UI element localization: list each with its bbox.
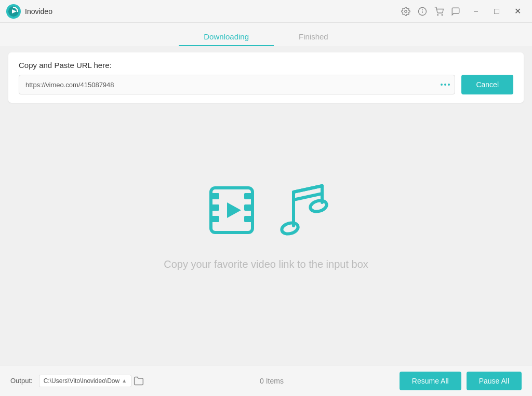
svg-rect-10	[211, 193, 219, 199]
cart-icon[interactable]	[434, 7, 444, 16]
svg-line-17	[294, 186, 322, 192]
main-content: Copy and Paste URL here: Cancel	[0, 46, 532, 365]
tab-finished[interactable]: Finished	[274, 28, 353, 46]
titlebar: Inovideo	[0, 0, 532, 23]
svg-marker-16	[227, 202, 241, 218]
app-logo	[6, 4, 21, 19]
svg-line-18	[294, 194, 322, 200]
output-label: Output:	[10, 377, 33, 385]
output-path-wrapper: C:\Users\Vito\Inovideo\Dow ▲	[39, 375, 144, 387]
window-controls: − □ ✕	[468, 3, 526, 20]
svg-point-20	[309, 199, 328, 213]
bottombar: Output: C:\Users\Vito\Inovideo\Dow ▲ 0 I…	[0, 365, 532, 396]
url-row: Cancel	[19, 75, 513, 94]
minimize-button[interactable]: −	[468, 3, 484, 20]
titlebar-icons	[401, 7, 460, 16]
svg-point-7	[437, 15, 438, 16]
close-button[interactable]: ✕	[509, 3, 526, 20]
items-count: 0 Items	[150, 377, 393, 385]
svg-point-19	[281, 221, 299, 236]
info-icon[interactable]	[418, 7, 427, 16]
svg-rect-13	[244, 193, 252, 199]
settings-icon[interactable]	[401, 7, 410, 16]
svg-point-8	[442, 15, 443, 16]
music-icon	[275, 176, 332, 244]
empty-state-icons	[200, 176, 332, 244]
dropdown-arrow-icon: ▲	[122, 378, 127, 384]
tab-downloading[interactable]: Downloading	[179, 28, 274, 46]
loading-spinner	[441, 84, 450, 86]
empty-state-text: Copy your favorite video link to the inp…	[164, 258, 368, 270]
output-path-text: C:\Users\Vito\Inovideo\Dow	[44, 377, 120, 385]
cancel-button[interactable]: Cancel	[461, 75, 513, 94]
url-label: Copy and Paste URL here:	[19, 61, 513, 70]
app-title: Inovideo	[25, 7, 401, 16]
resume-all-button[interactable]: Resume All	[400, 372, 461, 390]
output-path[interactable]: C:\Users\Vito\Inovideo\Dow ▲	[39, 375, 131, 387]
url-section: Copy and Paste URL here: Cancel	[8, 52, 524, 103]
empty-state: Copy your favorite video link to the inp…	[0, 103, 532, 365]
url-input-wrapper	[19, 75, 455, 94]
svg-rect-12	[211, 216, 219, 222]
maximize-button[interactable]: □	[488, 3, 505, 20]
tabbar: Downloading Finished	[0, 23, 532, 46]
svg-rect-11	[211, 204, 219, 211]
pause-all-button[interactable]: Pause All	[467, 372, 522, 390]
svg-rect-15	[244, 216, 252, 222]
svg-point-3	[405, 10, 407, 12]
url-input[interactable]	[19, 75, 455, 94]
svg-rect-14	[244, 204, 252, 211]
bottom-buttons: Resume All Pause All	[400, 372, 522, 390]
folder-button[interactable]	[134, 376, 144, 386]
video-icon	[200, 176, 267, 244]
chat-icon[interactable]	[451, 7, 460, 16]
